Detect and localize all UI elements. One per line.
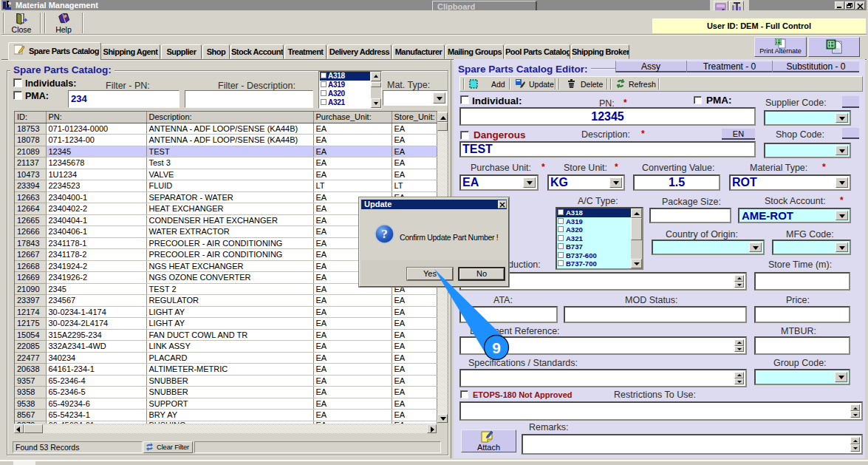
svg-text:9: 9 <box>492 339 501 356</box>
